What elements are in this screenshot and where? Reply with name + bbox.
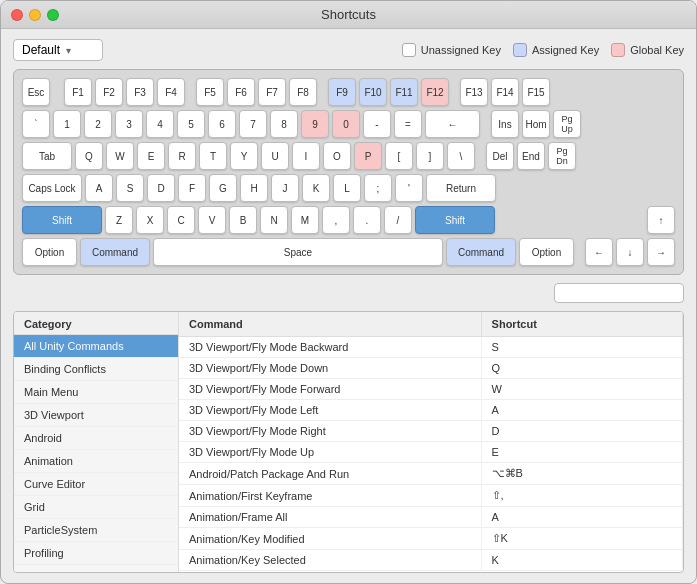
- key-semicolon[interactable]: ;: [364, 174, 392, 202]
- key-r[interactable]: R: [168, 142, 196, 170]
- profile-dropdown[interactable]: Default ▾: [13, 39, 103, 61]
- key-f1[interactable]: F1: [64, 78, 92, 106]
- maximize-button[interactable]: [47, 9, 59, 21]
- minimize-button[interactable]: [29, 9, 41, 21]
- key-backslash[interactable]: \: [447, 142, 475, 170]
- key-a[interactable]: A: [85, 174, 113, 202]
- key-pgup[interactable]: PgUp: [553, 110, 581, 138]
- category-item[interactable]: Android: [14, 427, 178, 450]
- key-tab[interactable]: Tab: [22, 142, 72, 170]
- key-f6[interactable]: F6: [227, 78, 255, 106]
- key-f2[interactable]: F2: [95, 78, 123, 106]
- key-option-right[interactable]: Option: [519, 238, 574, 266]
- key-f15[interactable]: F15: [522, 78, 550, 106]
- table-row[interactable]: 3D Viewport/Fly Mode DownQ: [179, 358, 683, 379]
- key-0[interactable]: 0: [332, 110, 360, 138]
- key-f14[interactable]: F14: [491, 78, 519, 106]
- key-esc[interactable]: Esc: [22, 78, 50, 106]
- key-equals[interactable]: =: [394, 110, 422, 138]
- category-item[interactable]: Animation: [14, 450, 178, 473]
- key-minus[interactable]: -: [363, 110, 391, 138]
- key-f10[interactable]: F10: [359, 78, 387, 106]
- key-9[interactable]: 9: [301, 110, 329, 138]
- key-space[interactable]: Space: [153, 238, 443, 266]
- key-d[interactable]: D: [147, 174, 175, 202]
- key-arrow-left[interactable]: ←: [585, 238, 613, 266]
- key-f5[interactable]: F5: [196, 78, 224, 106]
- key-k[interactable]: K: [302, 174, 330, 202]
- key-open-bracket[interactable]: [: [385, 142, 413, 170]
- table-row[interactable]: Animation/Frame AllA: [179, 507, 683, 528]
- key-b[interactable]: B: [229, 206, 257, 234]
- key-f7[interactable]: F7: [258, 78, 286, 106]
- table-row[interactable]: Android/Patch Package And Run⌥⌘B: [179, 463, 683, 485]
- key-arrow-right[interactable]: →: [647, 238, 675, 266]
- key-c[interactable]: C: [167, 206, 195, 234]
- key-u[interactable]: U: [261, 142, 289, 170]
- key-f8[interactable]: F8: [289, 78, 317, 106]
- key-f12[interactable]: F12: [421, 78, 449, 106]
- key-e[interactable]: E: [137, 142, 165, 170]
- category-item[interactable]: Main Menu: [14, 381, 178, 404]
- key-5[interactable]: 5: [177, 110, 205, 138]
- key-y[interactable]: Y: [230, 142, 258, 170]
- key-7[interactable]: 7: [239, 110, 267, 138]
- table-row[interactable]: 3D Viewport/Fly Mode UpE: [179, 442, 683, 463]
- category-item[interactable]: Profiling: [14, 542, 178, 565]
- key-z[interactable]: Z: [105, 206, 133, 234]
- key-x[interactable]: X: [136, 206, 164, 234]
- key-w[interactable]: W: [106, 142, 134, 170]
- key-3[interactable]: 3: [115, 110, 143, 138]
- key-v[interactable]: V: [198, 206, 226, 234]
- key-quote[interactable]: ': [395, 174, 423, 202]
- table-row[interactable]: Animation/Key Modified⇧K: [179, 528, 683, 550]
- table-row[interactable]: Animation/First Keyframe⇧,: [179, 485, 683, 507]
- key-s[interactable]: S: [116, 174, 144, 202]
- key-6[interactable]: 6: [208, 110, 236, 138]
- key-home[interactable]: Hom: [522, 110, 550, 138]
- key-f11[interactable]: F11: [390, 78, 418, 106]
- key-period[interactable]: .: [353, 206, 381, 234]
- category-item[interactable]: 3D Viewport: [14, 404, 178, 427]
- category-item[interactable]: Scene Picking: [14, 565, 178, 572]
- key-arrow-up[interactable]: ↑: [647, 206, 675, 234]
- key-4[interactable]: 4: [146, 110, 174, 138]
- key-backtick[interactable]: `: [22, 110, 50, 138]
- key-g[interactable]: G: [209, 174, 237, 202]
- key-pgdn[interactable]: PgDn: [548, 142, 576, 170]
- key-command-right[interactable]: Command: [446, 238, 516, 266]
- category-item[interactable]: Binding Conflicts: [14, 358, 178, 381]
- category-item[interactable]: Grid: [14, 496, 178, 519]
- table-row[interactable]: 3D Viewport/Fly Mode LeftA: [179, 400, 683, 421]
- key-f[interactable]: F: [178, 174, 206, 202]
- key-l[interactable]: L: [333, 174, 361, 202]
- key-shift-left[interactable]: Shift: [22, 206, 102, 234]
- key-return[interactable]: Return: [426, 174, 496, 202]
- key-p[interactable]: P: [354, 142, 382, 170]
- key-close-bracket[interactable]: ]: [416, 142, 444, 170]
- table-row[interactable]: Animation/Key SelectedK: [179, 550, 683, 571]
- key-f4[interactable]: F4: [157, 78, 185, 106]
- table-row[interactable]: 3D Viewport/Fly Mode ForwardW: [179, 379, 683, 400]
- key-comma[interactable]: ,: [322, 206, 350, 234]
- key-caps-lock[interactable]: Caps Lock: [22, 174, 82, 202]
- key-i[interactable]: I: [292, 142, 320, 170]
- key-n[interactable]: N: [260, 206, 288, 234]
- category-item[interactable]: All Unity Commands: [14, 335, 178, 358]
- key-8[interactable]: 8: [270, 110, 298, 138]
- key-option-left[interactable]: Option: [22, 238, 77, 266]
- key-o[interactable]: O: [323, 142, 351, 170]
- key-command-left[interactable]: Command: [80, 238, 150, 266]
- key-arrow-down[interactable]: ↓: [616, 238, 644, 266]
- key-insert[interactable]: Ins: [491, 110, 519, 138]
- table-row[interactable]: 3D Viewport/Fly Mode BackwardS: [179, 337, 683, 358]
- key-f3[interactable]: F3: [126, 78, 154, 106]
- key-slash[interactable]: /: [384, 206, 412, 234]
- key-end[interactable]: End: [517, 142, 545, 170]
- key-m[interactable]: M: [291, 206, 319, 234]
- key-1[interactable]: 1: [53, 110, 81, 138]
- key-del[interactable]: Del: [486, 142, 514, 170]
- table-row[interactable]: 3D Viewport/Fly Mode RightD: [179, 421, 683, 442]
- category-item[interactable]: Curve Editor: [14, 473, 178, 496]
- key-f13[interactable]: F13: [460, 78, 488, 106]
